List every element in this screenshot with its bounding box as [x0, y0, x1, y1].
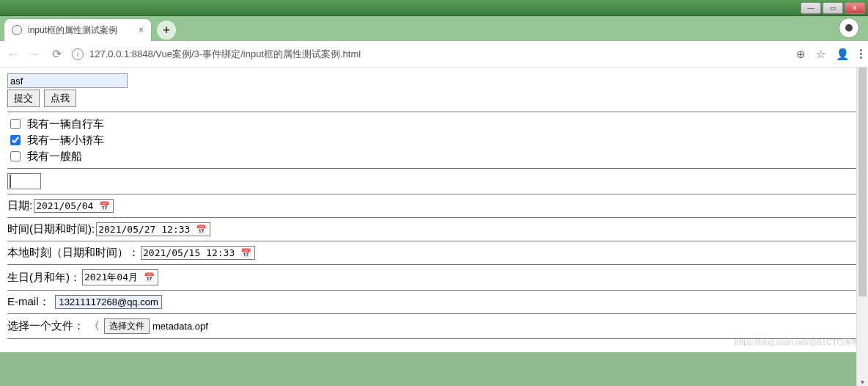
new-tab-button[interactable]: + [157, 21, 176, 40]
window-maximize-button[interactable]: ▭ [823, 2, 843, 14]
datetime-local-value: 2021/05/15 12:33 [143, 247, 235, 258]
profile-avatar-button[interactable] [839, 18, 859, 38]
file-name: metadata.opf [152, 321, 208, 332]
forward-icon[interactable]: → [28, 48, 41, 61]
month-label: 生日(月和年)： [7, 271, 81, 285]
datetime-local-label: 本地时刻（日期和时间）： [7, 246, 139, 260]
checkbox-car-label: 我有一辆小轿车 [27, 134, 104, 148]
divider [7, 241, 861, 241]
calendar-icon[interactable]: 📅 [144, 272, 155, 283]
scrollbar-thumb[interactable] [858, 68, 867, 296]
file-label: 选择一个文件： [7, 319, 84, 333]
divider [7, 338, 861, 339]
click-me-button[interactable]: 点我 [44, 90, 76, 107]
address-bar[interactable]: 127.0.0.1:8848/Vue案例/3-事件绑定/input框的属性测试案… [89, 48, 361, 61]
checkbox-car[interactable] [10, 135, 21, 145]
file-choose-button[interactable]: 选择文件 [104, 318, 150, 334]
tab-title: input框的属性测试案例 [28, 24, 117, 37]
email-label: E-mail： [7, 295, 50, 309]
bookmark-star-icon[interactable]: ☆ [816, 48, 825, 61]
globe-icon [12, 25, 22, 35]
checkbox-boat[interactable] [10, 151, 21, 161]
divider [7, 264, 861, 265]
date-label: 日期: [7, 199, 32, 213]
datetime-local-input[interactable]: 2021/05/15 12:33 📅 [141, 246, 255, 260]
window-minimize-button[interactable]: — [801, 2, 821, 14]
color-swatch [10, 175, 11, 188]
back-icon[interactable]: ← [6, 48, 19, 61]
window-close-button[interactable]: ✕ [845, 2, 865, 14]
datetime-label: 时间(日期和时间): [7, 222, 95, 236]
checkbox-boat-label: 我有一艘船 [27, 150, 82, 164]
divider [7, 194, 861, 194]
date-input[interactable]: 2021/05/04 📅 [34, 199, 114, 213]
divider [7, 290, 861, 291]
month-value: 2021年04月 [84, 271, 138, 284]
date-value: 2021/05/04 [36, 200, 93, 211]
profile-icon[interactable]: 👤 [836, 48, 850, 61]
checkbox-bike[interactable] [10, 119, 21, 129]
os-titlebar: — ▭ ✕ [0, 0, 868, 16]
divider [7, 112, 861, 112]
browser-tab-active[interactable]: input框的属性测试案例 × [4, 19, 151, 41]
page-content: 提交 点我 我有一辆自行车 我有一辆小轿车 我有一艘船 日期: 2021/05/… [0, 68, 868, 352]
email-input[interactable]: 13211117268@qq.com [55, 295, 161, 309]
search-lens-icon[interactable]: ⊕ [796, 48, 806, 61]
calendar-icon[interactable]: 📅 [240, 248, 251, 258]
color-input[interactable] [7, 173, 41, 189]
calendar-icon[interactable]: 📅 [196, 225, 207, 235]
kebab-menu-icon[interactable] [860, 49, 862, 59]
file-bracket-icon: 〈 [89, 319, 100, 333]
tab-close-icon[interactable]: × [139, 25, 144, 35]
divider [7, 168, 861, 169]
checkbox-bike-label: 我有一辆自行车 [27, 117, 104, 131]
browser-toolbar: ← → ⟳ i 127.0.0.1:8848/Vue案例/3-事件绑定/inpu… [0, 41, 868, 68]
calendar-icon[interactable]: 📅 [99, 201, 110, 211]
vertical-scrollbar[interactable]: ▴ ▾ [856, 68, 868, 352]
site-info-icon[interactable]: i [72, 48, 84, 60]
divider [7, 313, 861, 314]
browser-tabstrip: input框的属性测试案例 × + [0, 16, 868, 41]
month-input[interactable]: 2021年04月 📅 [82, 269, 158, 285]
datetime-input[interactable]: 2021/05/27 12:33 📅 [96, 222, 210, 236]
text-input[interactable] [7, 73, 128, 88]
reload-icon[interactable]: ⟳ [50, 47, 63, 61]
divider [7, 217, 861, 218]
submit-button[interactable]: 提交 [7, 90, 40, 107]
datetime-value: 2021/05/27 12:33 [98, 224, 190, 235]
